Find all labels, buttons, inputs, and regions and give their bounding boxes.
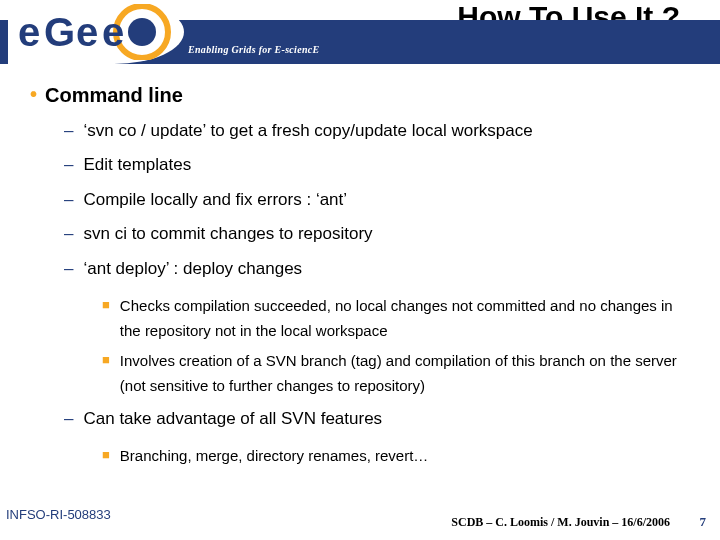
bullet-l3-text: Branching, merge, directory renames, rev… <box>120 443 690 469</box>
bullet-l2: – Compile locally and fix errors : ‘ant’ <box>64 190 690 210</box>
content-area: • Command line – ‘svn co / update’ to ge… <box>30 84 690 473</box>
bullet-l2-text: Edit templates <box>83 155 690 175</box>
dash-icon: – <box>64 409 73 429</box>
dash-icon: – <box>64 190 73 210</box>
bullet-l2-text: svn ci to commit changes to repository <box>83 224 690 244</box>
bullet-l2-text: Compile locally and fix errors : ‘ant’ <box>83 190 690 210</box>
bullet-l3: ■ Branching, merge, directory renames, r… <box>102 443 690 469</box>
footer-left: INFSO-RI-508833 <box>6 507 111 522</box>
bullet-l2-text: Can take advantage of all SVN features <box>83 409 690 429</box>
dash-icon: – <box>64 259 73 279</box>
square-icon: ■ <box>102 443 110 468</box>
bullet-l3: ■ Involves creation of a SVN branch (tag… <box>102 348 690 399</box>
square-icon: ■ <box>102 348 110 373</box>
bullet-l1-icon: • <box>30 84 37 104</box>
bullet-l2: – ‘ant deploy’ : deploy changes <box>64 259 690 279</box>
page-number: 7 <box>700 514 707 530</box>
bullet-l3: ■ Checks compilation succeeded, no local… <box>102 293 690 344</box>
svg-text:e: e <box>102 10 123 54</box>
svg-text:e: e <box>18 10 39 54</box>
slide: How To Use It ? Enabling Grids for E-sci… <box>0 0 720 540</box>
bullet-l2-text: ‘ant deploy’ : deploy changes <box>83 259 690 279</box>
bullet-l1: • Command line <box>30 84 690 107</box>
bullet-l2: – svn ci to commit changes to repository <box>64 224 690 244</box>
footer-right: SCDB – C. Loomis / M. Jouvin – 16/6/2006 <box>451 515 670 530</box>
bullet-l2: – Can take advantage of all SVN features <box>64 409 690 429</box>
bullet-l2: – Edit templates <box>64 155 690 175</box>
bullet-l2: – ‘svn co / update’ to get a fresh copy/… <box>64 121 690 141</box>
bullet-l1-text: Command line <box>45 84 690 107</box>
svg-text:e: e <box>76 10 97 54</box>
dash-icon: – <box>64 224 73 244</box>
bullet-l3-text: Involves creation of a SVN branch (tag) … <box>120 348 690 399</box>
bullet-l3-text: Checks compilation succeeded, no local c… <box>120 293 690 344</box>
tagline: Enabling Grids for E-sciencE <box>188 44 319 55</box>
dash-icon: – <box>64 155 73 175</box>
svg-point-1 <box>128 18 156 46</box>
egee-logo-svg: e G e e <box>14 4 174 60</box>
egee-logo: e G e e <box>8 0 184 64</box>
bullet-l2-text: ‘svn co / update’ to get a fresh copy/up… <box>83 121 690 141</box>
square-icon: ■ <box>102 293 110 318</box>
dash-icon: – <box>64 121 73 141</box>
svg-text:G: G <box>44 10 73 54</box>
